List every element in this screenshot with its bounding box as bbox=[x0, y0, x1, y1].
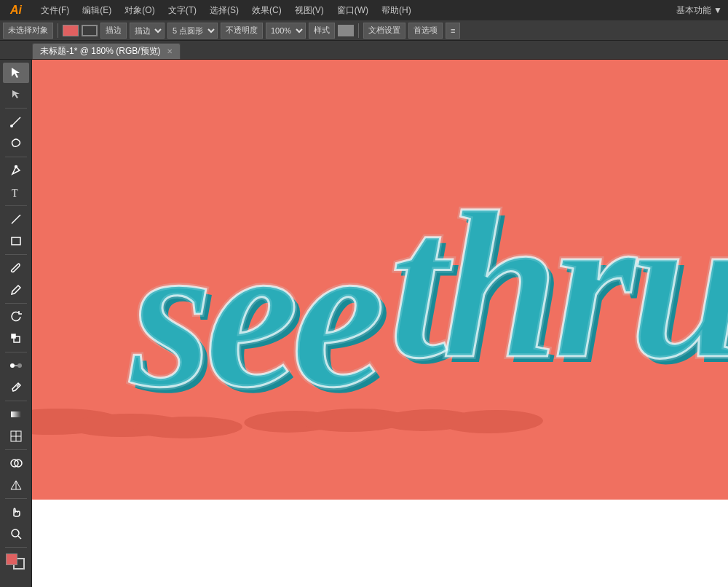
menu-view[interactable]: 视图(V) bbox=[292, 3, 327, 18]
type-tool[interactable]: T bbox=[3, 182, 29, 202]
opacity-select[interactable]: 100% bbox=[266, 23, 306, 39]
tab-bar: 未标题-1* @ 180% (RGB/预览) ✕ bbox=[0, 41, 728, 60]
tool-sep-10 bbox=[5, 547, 27, 548]
menu-help[interactable]: 帮助(H) bbox=[379, 3, 414, 18]
stroke-select[interactable]: 描边 bbox=[130, 23, 165, 39]
svg-point-10 bbox=[17, 363, 22, 368]
mesh-tool[interactable] bbox=[3, 426, 29, 446]
tool-sep-3 bbox=[5, 205, 27, 206]
stroke-label: 描边 bbox=[100, 23, 127, 39]
svg-line-0 bbox=[12, 119, 18, 125]
artwork-svg: see thru see thru see thru bbox=[32, 60, 728, 500]
tool-sep-9 bbox=[5, 498, 27, 499]
document-tab[interactable]: 未标题-1* @ 180% (RGB/预览) ✕ bbox=[32, 43, 181, 59]
menu-file[interactable]: 文件(F) bbox=[38, 3, 72, 18]
menu-bar: 文件(F) 编辑(E) 对象(O) 文字(T) 选择(S) 效果(C) 视图(V… bbox=[38, 3, 414, 18]
line-tool[interactable] bbox=[3, 209, 29, 229]
svg-point-21 bbox=[12, 529, 19, 537]
prefs-button[interactable]: 首选项 bbox=[408, 23, 443, 39]
tool-sep-8 bbox=[5, 449, 27, 450]
rect-tool[interactable] bbox=[3, 231, 29, 251]
svg-rect-8 bbox=[12, 334, 15, 338]
paintbrush-tool[interactable] bbox=[3, 258, 29, 278]
svg-text:T: T bbox=[12, 188, 18, 199]
magic-wand-tool[interactable] bbox=[3, 111, 29, 132]
eyedropper-tool[interactable] bbox=[3, 377, 29, 398]
gradient-tool[interactable] bbox=[3, 404, 29, 425]
pencil-tool[interactable] bbox=[3, 280, 29, 300]
menu-window[interactable]: 窗口(W) bbox=[334, 3, 371, 18]
stroke-color[interactable] bbox=[82, 25, 98, 36]
fill-stroke-widget[interactable] bbox=[3, 552, 29, 572]
tool-sep-7 bbox=[5, 401, 27, 401]
menu-effect[interactable]: 效果(C) bbox=[249, 3, 285, 18]
blend-tool[interactable] bbox=[3, 355, 29, 376]
tool-sep-5 bbox=[5, 303, 27, 304]
left-toolbar: T bbox=[0, 60, 32, 587]
fill-color[interactable] bbox=[63, 25, 79, 36]
scale-tool[interactable] bbox=[3, 328, 29, 349]
direct-selection-tool[interactable] bbox=[3, 84, 29, 105]
menu-edit[interactable]: 编辑(E) bbox=[79, 3, 114, 18]
menu-object[interactable]: 对象(O) bbox=[122, 3, 157, 18]
svg-rect-6 bbox=[12, 237, 20, 245]
arrange-button[interactable]: ≡ bbox=[446, 23, 460, 39]
canvas-area[interactable]: see thru see thru see thru bbox=[32, 60, 728, 587]
menu-type[interactable]: 文字(T) bbox=[165, 3, 199, 18]
opacity-label: 不透明度 bbox=[221, 23, 263, 39]
perspective-grid-tool[interactable] bbox=[3, 475, 29, 495]
tab-title: 未标题-1* @ 180% (RGB/预览) bbox=[40, 45, 161, 58]
no-selection-label: 未选择对象 bbox=[3, 23, 53, 39]
svg-point-3 bbox=[15, 166, 17, 168]
selection-tool[interactable] bbox=[3, 63, 29, 83]
stroke-size-select[interactable]: 5 点圆形 bbox=[167, 23, 218, 39]
separator-2 bbox=[358, 23, 359, 38]
shape-builder-tool[interactable] bbox=[3, 453, 29, 473]
title-bar: Ai 文件(F) 编辑(E) 对象(O) 文字(T) 选择(S) 效果(C) 视… bbox=[0, 0, 728, 20]
svg-line-1 bbox=[18, 117, 20, 119]
svg-text:thru: thru bbox=[389, 168, 728, 402]
app-logo: Ai bbox=[6, 4, 26, 17]
style-label: 样式 bbox=[309, 23, 335, 39]
lasso-tool[interactable] bbox=[3, 133, 29, 154]
zoom-tool[interactable] bbox=[3, 524, 29, 544]
separator-1 bbox=[58, 23, 58, 38]
main-area: T bbox=[0, 60, 728, 587]
style-preview[interactable] bbox=[338, 25, 354, 36]
tool-sep-1 bbox=[5, 108, 27, 109]
fill-box[interactable] bbox=[6, 553, 17, 565]
hand-tool[interactable] bbox=[3, 502, 29, 522]
pasteboard-white bbox=[32, 500, 728, 587]
options-toolbar: 未选择对象 描边 描边 5 点圆形 不透明度 100% 样式 文档设置 首选项 … bbox=[0, 20, 728, 41]
svg-point-9 bbox=[10, 363, 15, 368]
menu-select[interactable]: 选择(S) bbox=[207, 3, 242, 18]
svg-point-2 bbox=[10, 125, 13, 127]
svg-rect-13 bbox=[11, 411, 21, 417]
svg-line-22 bbox=[18, 536, 21, 539]
tool-sep-6 bbox=[5, 352, 27, 352]
pen-tool[interactable] bbox=[3, 160, 29, 181]
artboard: see thru see thru see thru bbox=[32, 60, 728, 500]
svg-text:see: see bbox=[127, 197, 380, 431]
rotate-tool[interactable] bbox=[3, 307, 29, 327]
doc-setup-button[interactable]: 文档设置 bbox=[363, 23, 405, 39]
tool-sep-4 bbox=[5, 254, 27, 255]
workspace-switcher[interactable]: 基本功能 ▼ bbox=[676, 4, 722, 17]
tool-sep-2 bbox=[5, 157, 27, 157]
tab-close-button[interactable]: ✕ bbox=[167, 47, 173, 55]
svg-line-5 bbox=[12, 215, 20, 224]
highlight-layer: see thru bbox=[127, 168, 728, 431]
